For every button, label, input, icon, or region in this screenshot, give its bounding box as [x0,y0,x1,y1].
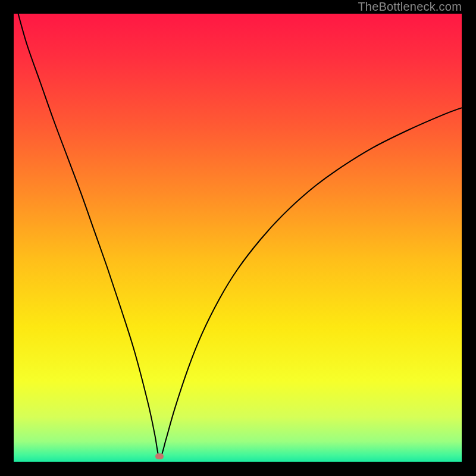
optimal-point-marker [155,453,164,459]
chart-frame [14,14,462,462]
bottleneck-curve [14,14,462,462]
watermark-text: TheBottleneck.com [358,0,462,14]
